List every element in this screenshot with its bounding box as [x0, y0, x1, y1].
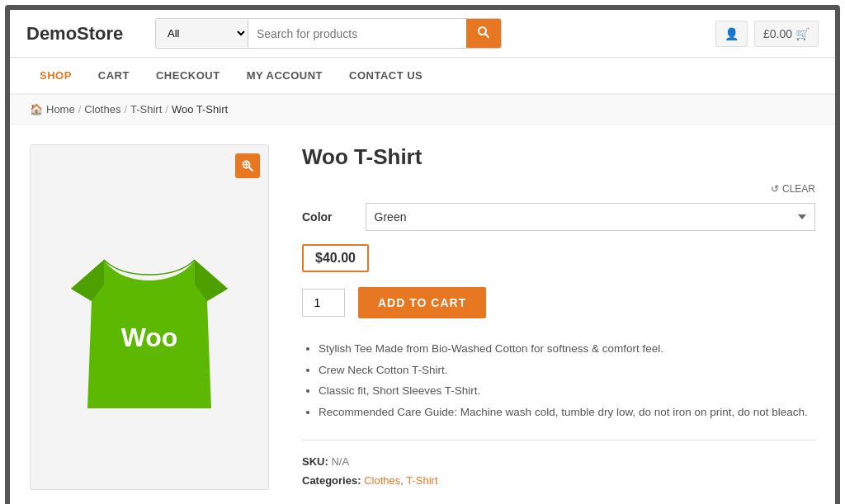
- reset-icon: ↺: [771, 183, 779, 195]
- breadcrumb: 🏠 Home / Clothes / T-Shirt / Woo T-Shirt: [10, 95, 835, 125]
- account-button[interactable]: 👤: [715, 21, 748, 47]
- sku-label: SKU:: [302, 455, 328, 468]
- search-category-dropdown[interactable]: All Clothes Accessories: [156, 20, 248, 47]
- categories-row: Categories: Clothes, T-Shirt: [302, 471, 815, 490]
- breadcrumb-clothes[interactable]: Clothes: [84, 103, 120, 115]
- cart-price: £0.00: [763, 27, 792, 40]
- nav-item-my-account[interactable]: MY ACCOUNT: [234, 58, 336, 93]
- user-icon: 👤: [725, 27, 739, 40]
- breadcrumb-tshirt[interactable]: T-Shirt: [130, 103, 162, 115]
- svg-text:Woo: Woo: [121, 323, 178, 352]
- cart-button[interactable]: £0.00 🛒: [754, 21, 819, 47]
- category-clothes[interactable]: Clothes: [364, 474, 400, 487]
- product-description: Stylish Tee Made from Bio-Washed Cotton …: [302, 338, 815, 423]
- divider: [302, 440, 815, 440]
- site-logo[interactable]: DemoStore: [26, 23, 142, 45]
- add-to-cart-button[interactable]: ADD TO CART: [358, 287, 486, 318]
- color-label: Color: [302, 210, 333, 224]
- nav-item-shop[interactable]: SHOP: [26, 58, 85, 93]
- search-button[interactable]: [466, 19, 501, 48]
- categories-label: Categories:: [302, 474, 361, 487]
- cart-icon: 🛒: [795, 27, 810, 40]
- product-price: $40.00: [302, 244, 369, 272]
- sku-value: N/A: [331, 455, 349, 468]
- bullet-4: Recommended Care Guide: Machine wash col…: [319, 402, 815, 423]
- product-image-container: Woo: [30, 144, 269, 490]
- header-right: 👤 £0.00 🛒: [715, 21, 819, 47]
- breadcrumb-home[interactable]: Home: [46, 103, 75, 115]
- color-select[interactable]: Green Blue Red Black: [366, 203, 815, 231]
- category-tshirt[interactable]: T-Shirt: [406, 474, 437, 487]
- svg-line-3: [249, 167, 253, 172]
- product-title: Woo T-Shirt: [302, 144, 815, 170]
- product-meta: SKU: N/A Categories: Clothes, T-Shirt: [302, 452, 815, 491]
- bullet-2: Crew Neck Cotton T-Shirt.: [319, 360, 815, 381]
- search-input[interactable]: [248, 21, 466, 47]
- svg-line-1: [485, 34, 489, 38]
- bullet-3: Classic fit, Short Sleeves T-Shirt.: [319, 380, 815, 402]
- color-row: Color Green Blue Red Black: [302, 203, 815, 231]
- product-image: Woo: [59, 210, 240, 425]
- breadcrumb-current: Woo T-Shirt: [172, 103, 228, 115]
- clear-button[interactable]: ↺ CLEAR: [302, 183, 815, 195]
- main-nav: SHOP CART CHECKOUT MY ACCOUNT CONTACT US: [10, 58, 835, 95]
- clear-label: CLEAR: [782, 183, 815, 195]
- search-bar: All Clothes Accessories: [155, 18, 502, 49]
- add-to-cart-row: ADD TO CART: [302, 287, 815, 318]
- sku-row: SKU: N/A: [302, 452, 815, 471]
- quantity-input[interactable]: [302, 289, 345, 317]
- zoom-button[interactable]: [235, 153, 260, 178]
- breadcrumb-home-icon: 🏠: [30, 103, 43, 115]
- main-content: Woo Woo T-Shirt ↺ CLEAR Color Green Blue…: [10, 125, 835, 504]
- header: DemoStore All Clothes Accessories 👤 £0.0…: [10, 10, 835, 58]
- nav-item-cart[interactable]: CART: [85, 58, 143, 93]
- product-details: Woo T-Shirt ↺ CLEAR Color Green Blue Red…: [302, 144, 815, 490]
- bullet-1: Stylish Tee Made from Bio-Washed Cotton …: [319, 338, 815, 360]
- nav-item-contact-us[interactable]: CONTACT US: [336, 58, 436, 93]
- nav-item-checkout[interactable]: CHECKOUT: [143, 58, 234, 93]
